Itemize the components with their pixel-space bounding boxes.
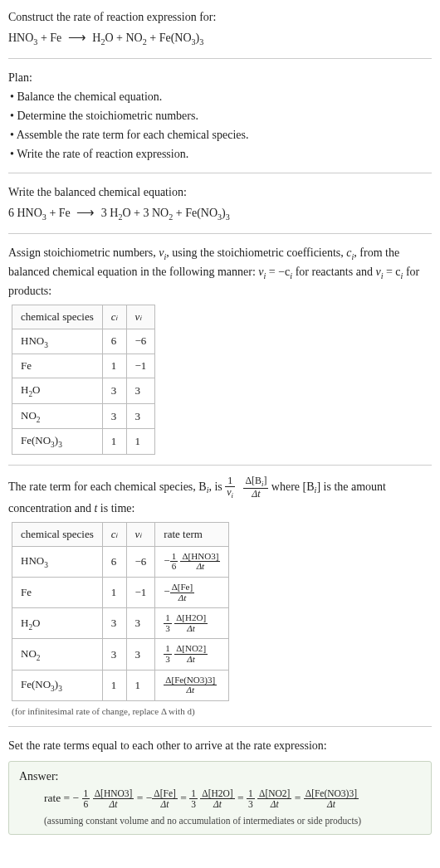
ci-cell: 3: [102, 378, 126, 404]
species-text: HNO: [21, 334, 44, 347]
numerator: Δ[Fe(NO3)3]: [164, 675, 217, 685]
species-cell: NO2: [12, 639, 103, 670]
species-text: NO: [21, 409, 37, 422]
nui-cell: 3: [126, 378, 155, 404]
neg: −: [146, 791, 153, 803]
ci-cell: 1: [102, 670, 126, 700]
eq-sub: 3: [199, 37, 203, 46]
denominator: νi: [225, 486, 235, 500]
numerator: 1: [189, 788, 198, 798]
equals: =: [137, 791, 146, 803]
species-sub: 3: [44, 561, 48, 569]
eq-text: 6 HNO: [8, 207, 42, 219]
fraction: Δ[Fe(NO3)3]Δt: [164, 675, 217, 695]
answer-label: Answer:: [19, 770, 421, 783]
fraction: 13: [247, 788, 255, 809]
divider: [8, 58, 432, 59]
fraction: Δ[NO2]Δt: [257, 788, 291, 809]
nui-cell: −1: [126, 354, 155, 378]
text: rate = −: [44, 791, 79, 803]
text: The rate term for each chemical species,…: [8, 480, 207, 493]
eq-text: H: [90, 32, 101, 44]
rate-expression: rate = − 16 Δ[HNO3]Δt = −Δ[Fe]Δt = 13 Δ[…: [44, 788, 421, 809]
eq-text: O + NO: [105, 32, 142, 44]
reaction-arrow-icon: ⟶: [76, 202, 95, 222]
divider: [8, 726, 432, 727]
plan-heading: Plan:: [8, 69, 432, 86]
species-text: H: [21, 383, 28, 396]
divider: [8, 465, 432, 466]
nui-cell: 3: [126, 608, 155, 639]
denominator: 3: [189, 798, 198, 809]
numerator: 1: [225, 475, 235, 486]
stoich-intro: Assign stoichiometric numbers, νi, using…: [8, 244, 432, 300]
species-text: H: [21, 617, 28, 629]
species-sub: 3: [58, 441, 62, 449]
numerator: Δ[HNO3]: [180, 552, 220, 562]
fraction: 13: [189, 788, 198, 809]
species-sub: 2: [37, 415, 41, 423]
species-cell: HNO3: [12, 546, 103, 577]
ci-cell: 3: [102, 639, 126, 670]
ci-cell: 3: [102, 608, 126, 639]
prompt-title: Construct the rate of reaction expressio…: [8, 8, 432, 26]
rate-term-cell: 13 Δ[NO2]Δt: [155, 639, 229, 670]
species-text: Fe: [21, 359, 32, 372]
species-cell: HNO3: [12, 329, 103, 354]
species-text: HNO: [21, 554, 44, 567]
text: Assign stoichiometric numbers,: [8, 246, 159, 259]
ci-cell: 3: [102, 403, 126, 429]
numerator: 1: [164, 644, 172, 654]
text: , using the stoichiometric coefficients,: [166, 246, 346, 259]
species-text: O: [32, 617, 40, 629]
text: ]: [263, 475, 266, 486]
plan-bullet: • Write the rate of reaction expression.: [10, 145, 432, 163]
stoich-section: Assign stoichiometric numbers, νi, using…: [8, 244, 432, 455]
divider: [8, 233, 432, 234]
text: is time:: [97, 502, 134, 514]
text: = c: [383, 266, 400, 278]
nui-cell: −1: [126, 578, 155, 608]
denominator: Δt: [200, 798, 234, 809]
nui-cell: 1: [126, 670, 155, 700]
eq-text: + Fe(NO: [173, 207, 218, 219]
text: for reactants and: [292, 266, 375, 278]
text: = −c: [266, 266, 290, 278]
species-cell: Fe: [12, 354, 103, 378]
plan-bullet: • Determine the stoichiometric numbers.: [10, 107, 432, 124]
rate-term-cell: 13 Δ[H2O]Δt: [155, 608, 229, 639]
fraction: 16: [82, 788, 90, 809]
nui-cell: 1: [126, 429, 155, 455]
species-sub: 3: [58, 685, 62, 693]
plan-bullet: • Balance the chemical equation.: [10, 88, 432, 105]
rate-term-cell: Δ[Fe(NO3)3]Δt: [155, 670, 229, 700]
text: Δ[B: [245, 475, 262, 486]
fraction: 1 νi: [225, 475, 235, 500]
denominator: Δt: [170, 592, 195, 603]
fraction: Δ[Fe(NO3)3]Δt: [304, 788, 359, 809]
table-row: H2O33: [12, 378, 155, 404]
fraction: Δ[HNO3]Δt: [93, 788, 134, 809]
denominator: Δt: [174, 623, 208, 634]
fraction: Δ[Fe]Δt: [152, 788, 177, 809]
species-cell: Fe: [12, 578, 103, 608]
conclusion-section: Set the rate terms equal to each other t…: [8, 737, 432, 835]
text: where [B: [271, 480, 315, 493]
fraction: Δ[H2O]Δt: [174, 613, 208, 633]
reaction-arrow-icon: ⟶: [68, 27, 86, 46]
answer-assumption: (assuming constant volume and no accumul…: [44, 816, 421, 826]
species-text: Fe(NO: [21, 678, 51, 690]
species-cell: Fe(NO3)3: [12, 670, 103, 700]
stoich-table: chemical species cᵢ νᵢ HNO36−6Fe1−1H2O33…: [12, 305, 155, 455]
ci-cell: 6: [102, 546, 126, 577]
fraction: Δ[HNO3]Δt: [180, 552, 220, 572]
denominator: 3: [164, 654, 172, 665]
infinitesimal-note: (for infinitesimal rate of change, repla…: [12, 706, 432, 716]
species-cell: Fe(NO3)3: [12, 429, 103, 455]
table-row: H2O3313 Δ[H2O]Δt: [12, 608, 229, 639]
denominator: 3: [164, 623, 172, 634]
species-cell: H2O: [12, 608, 103, 639]
numerator: 1: [247, 788, 255, 798]
plan-section: Plan: • Balance the chemical equation. •…: [8, 69, 432, 163]
balanced-heading: Write the balanced chemical equation:: [8, 183, 432, 201]
